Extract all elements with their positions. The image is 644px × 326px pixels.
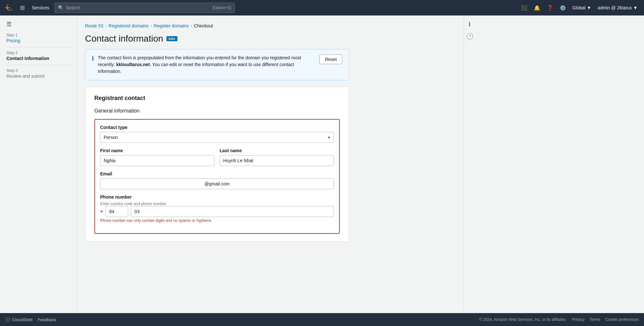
step3-label: Step 3	[6, 68, 71, 73]
search-icon: 🔍	[58, 5, 63, 10]
cloudshell-icon[interactable]: ⬛	[518, 2, 530, 14]
page-title-row: Contact information Info	[85, 34, 456, 44]
info-banner-icon: ℹ	[92, 55, 94, 62]
svg-text:aws: aws	[5, 6, 11, 9]
breadcrumb-sep-2: ›	[150, 24, 152, 28]
help-icon[interactable]: ❓	[544, 2, 556, 14]
first-name-label: First name	[100, 148, 214, 153]
first-name-input[interactable]	[100, 155, 214, 166]
right-panel-clock-icon[interactable]: 🕐	[466, 33, 473, 40]
notifications-icon[interactable]: 🔔	[531, 2, 543, 14]
email-label: Email	[100, 171, 334, 176]
subsection-title: General information	[94, 108, 340, 114]
contact-form-section: Contact type Person Company Association …	[94, 119, 340, 234]
form-card: Registrant contact General information C…	[85, 87, 349, 242]
section-title: Registrant contact	[94, 95, 340, 102]
breadcrumb-sep-1: ›	[105, 24, 107, 28]
region-label: Global	[573, 5, 585, 10]
step1-label: Step 1	[6, 33, 71, 37]
breadcrumb: Route 53 › Registered domains › Register…	[85, 21, 456, 28]
search-input[interactable]	[66, 5, 210, 10]
phone-number-input[interactable]	[131, 206, 334, 217]
contact-type-select-wrapper: Person Company Association Public body R…	[100, 132, 334, 143]
main-content: Route 53 › Registered domains › Register…	[77, 15, 464, 313]
region-selector[interactable]: Global ▼	[570, 4, 594, 12]
contact-type-label: Contact type	[100, 125, 334, 130]
sidebar-step-2: Step 2 Contact information	[6, 51, 71, 61]
services-nav-label[interactable]: Services	[29, 4, 52, 12]
search-shortcut: [Option+S]	[213, 5, 231, 10]
phone-hint: Enter country code and phone number.	[100, 202, 334, 206]
contact-type-select[interactable]: Person Company Association Public body R…	[100, 132, 334, 143]
aws-logo[interactable]: aws	[4, 2, 15, 14]
step2-title: Contact information	[6, 56, 71, 61]
phone-input-row: +	[100, 206, 334, 217]
settings-icon[interactable]: ⚙️	[557, 2, 569, 14]
top-navigation: aws ⊞ Services 🔍 [Option+S] ⬛ 🔔 ❓ ⚙️ Glo…	[0, 0, 644, 15]
breadcrumb-register-domains[interactable]: Register domains	[154, 23, 189, 28]
info-badge[interactable]: Info	[166, 36, 177, 41]
step2-label: Step 2	[6, 51, 71, 55]
first-name-field: First name	[100, 148, 214, 166]
sidebar-step-3: Step 3 Review and submit	[6, 68, 71, 79]
search-bar[interactable]: 🔍 [Option+S]	[54, 3, 235, 13]
region-chevron-icon: ▼	[587, 5, 591, 10]
info-banner: ℹ The contact form is prepopulated from …	[85, 49, 349, 80]
user-label: admin @ 2ktarus	[598, 5, 632, 10]
phone-country-input[interactable]	[106, 206, 128, 217]
user-chevron-icon: ▼	[633, 5, 638, 10]
contact-type-field: Contact type Person Company Association …	[100, 125, 334, 143]
right-panel: ℹ 🕐	[464, 15, 475, 313]
breadcrumb-route53[interactable]: Route 53	[85, 23, 103, 28]
step3-title: Review and submit	[6, 74, 71, 79]
reset-button[interactable]: Reset	[319, 54, 342, 64]
breadcrumb-registered-domains[interactable]: Registered domains	[109, 23, 149, 28]
email-field: Email	[100, 171, 334, 189]
breadcrumb-sep-3: ›	[191, 24, 192, 28]
grid-icon[interactable]: ⊞	[18, 3, 27, 13]
last-name-field: Last name	[220, 148, 334, 166]
name-row: First name Last name	[100, 148, 334, 171]
sidebar-divider-2	[6, 65, 71, 65]
sidebar-divider-1	[6, 47, 71, 47]
phone-label: Phone number	[100, 194, 334, 200]
sidebar-step-1: Step 1 Pricing	[6, 33, 71, 43]
nav-right-actions: ⬛ 🔔 ❓ ⚙️ Global ▼ admin @ 2ktarus ▼	[518, 2, 640, 14]
last-name-label: Last name	[220, 148, 334, 153]
banner-domain: kkloudtarus.net	[116, 62, 150, 67]
phone-validation-msg: Phone number can only contain digits and…	[100, 218, 334, 223]
sidebar: ☰ Step 1 Pricing Step 2 Contact informat…	[0, 15, 77, 313]
sidebar-toggle-icon[interactable]: ☰	[6, 21, 71, 28]
phone-field: Phone number Enter country code and phon…	[100, 194, 334, 223]
user-menu[interactable]: admin @ 2ktarus ▼	[595, 4, 640, 12]
info-banner-text: The contact form is prepopulated from th…	[98, 54, 316, 75]
phone-plus-sign: +	[100, 209, 103, 214]
breadcrumb-current: Checkout	[194, 23, 213, 28]
email-input[interactable]	[100, 178, 334, 189]
right-panel-info-icon[interactable]: ℹ	[469, 21, 471, 28]
page-wrapper: ☰ Step 1 Pricing Step 2 Contact informat…	[0, 15, 644, 313]
page-title: Contact information	[85, 34, 163, 44]
step1-pricing-link[interactable]: Pricing	[6, 38, 71, 43]
last-name-input[interactable]	[220, 155, 334, 166]
